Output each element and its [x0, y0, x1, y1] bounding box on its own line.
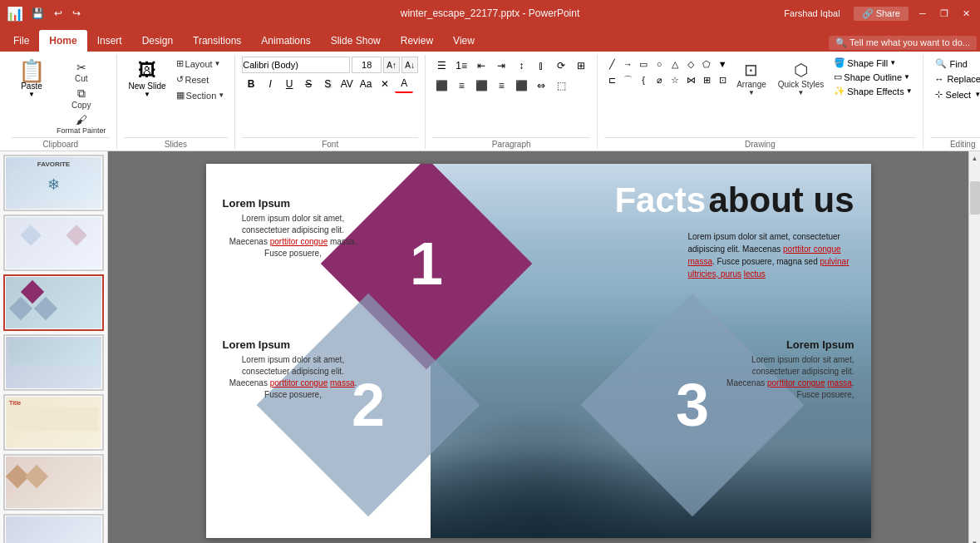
minimize-button[interactable]: ─: [915, 6, 930, 21]
cut-icon: ✂: [76, 61, 86, 74]
align-left-button[interactable]: ⬛: [432, 77, 451, 95]
align-center-button[interactable]: ≡: [452, 77, 470, 95]
italic-button[interactable]: I: [261, 75, 279, 93]
tab-insert[interactable]: Insert: [87, 30, 132, 52]
scroll-up-arrow[interactable]: ▲: [969, 151, 980, 165]
slide-thumb-6[interactable]: [3, 454, 104, 511]
bold-button[interactable]: B: [242, 75, 260, 93]
slide-canvas[interactable]: Lorem Ipsum Lorem ipsum dolor sit amet, …: [206, 164, 871, 538]
justify-button[interactable]: ≡: [492, 77, 510, 95]
strikethrough-button[interactable]: S: [299, 75, 318, 93]
shape-s5[interactable]: ☆: [667, 72, 682, 87]
slide-thumb-2[interactable]: [3, 215, 104, 271]
copy-button[interactable]: ⧉ Copy: [53, 86, 110, 111]
tab-design[interactable]: Design: [132, 30, 183, 52]
tab-home[interactable]: Home: [39, 30, 86, 52]
slide-preview-7: [6, 516, 101, 543]
new-slide-button[interactable]: 🖼 New Slide ▼: [124, 57, 171, 101]
paste-button[interactable]: 📋 Paste ▼: [12, 57, 52, 101]
redo-btn[interactable]: ↪: [69, 6, 84, 21]
shape-fill-button[interactable]: 🪣 Shape Fill ▼: [830, 57, 915, 69]
section-button[interactable]: ▦ Section ▼: [173, 88, 229, 102]
shape-effects-button[interactable]: ✨ Shape Effects ▼: [830, 85, 915, 97]
underline-button[interactable]: U: [280, 75, 298, 93]
tab-slide-show[interactable]: Slide Show: [321, 30, 391, 52]
tab-animations[interactable]: Animations: [251, 30, 320, 52]
tell-me-input[interactable]: 🔍 Tell me what you want to do...: [829, 36, 977, 50]
quick-styles-button[interactable]: ⬡ Quick Styles ▼: [773, 57, 830, 100]
scroll-down-arrow[interactable]: ▼: [969, 536, 980, 543]
font-size-input[interactable]: [352, 57, 382, 73]
shape-rect[interactable]: ▭: [636, 57, 651, 72]
slide-thumb-7[interactable]: [3, 514, 104, 543]
decrease-indent-button[interactable]: ⇤: [472, 57, 490, 75]
ribbon: File Home Insert Design Transitions Anim…: [0, 27, 980, 151]
shape-line[interactable]: ╱: [604, 57, 619, 72]
title-bar-left: 📊 💾 ↩ ↪: [7, 6, 84, 22]
text-format-row: B I U S S AV Aa ✕ A: [242, 75, 413, 93]
find-button[interactable]: 🔍 Find: [930, 57, 973, 71]
layout-button[interactable]: ⊞ Layout ▼: [173, 57, 229, 71]
shape-s4[interactable]: ⌀: [652, 72, 667, 87]
align-right-button[interactable]: ⬛: [472, 77, 490, 95]
font-color-button[interactable]: A: [395, 75, 413, 93]
add-column-button[interactable]: ⫿: [532, 57, 550, 75]
share-button[interactable]: 🔗 Share: [854, 7, 909, 21]
slide-thumb-5[interactable]: Title: [3, 394, 104, 451]
shape-triangle[interactable]: △: [667, 57, 682, 72]
slide-item-4: 4: [3, 334, 104, 391]
cut-button[interactable]: ✂ Cut: [53, 60, 110, 84]
char-spacing-button[interactable]: AV: [337, 75, 356, 93]
convert-to-smartart-button[interactable]: ⊞: [572, 57, 590, 75]
save-btn[interactable]: 💾: [28, 6, 47, 21]
user-name[interactable]: Farshad Iqbal: [784, 8, 840, 18]
shape-s1[interactable]: ⊏: [604, 72, 619, 87]
shape-s3[interactable]: {: [636, 72, 651, 87]
increase-indent-button[interactable]: ⇥: [492, 57, 510, 75]
shape-outline-button[interactable]: ▭ Shape Outline ▼: [830, 71, 915, 83]
font-name-input[interactable]: [242, 57, 350, 73]
scroll-thumb[interactable]: [970, 181, 980, 215]
shape-s6[interactable]: ⋈: [683, 72, 698, 87]
slide-thumb-4[interactable]: [3, 334, 104, 391]
diamond-1-number: 1: [409, 229, 442, 297]
shape-diamond[interactable]: ◇: [683, 57, 698, 72]
select-button[interactable]: ⊹ Select ▼: [930, 87, 980, 101]
editing-content: 🔍 Find ↔ Replace ▼ ⊹ Select ▼: [930, 55, 980, 137]
decrease-font-button[interactable]: A↓: [401, 57, 418, 73]
clear-format-button[interactable]: ✕: [376, 75, 394, 93]
shape-arrow[interactable]: →: [620, 57, 635, 72]
increase-font-button[interactable]: A↑: [383, 57, 400, 73]
shadow-button[interactable]: S: [318, 75, 337, 93]
tab-view[interactable]: View: [443, 30, 485, 52]
tab-transitions[interactable]: Transitions: [183, 30, 251, 52]
shape-pentagon[interactable]: ⬠: [699, 57, 714, 72]
slide-thumb-3[interactable]: [3, 274, 104, 331]
close-button[interactable]: ✕: [958, 6, 973, 21]
shape-s7[interactable]: ⊞: [699, 72, 714, 87]
shape-outline-icon: ▭: [834, 72, 842, 82]
arrange-button[interactable]: ⊡ Arrange ▼: [731, 57, 771, 100]
reset-button[interactable]: ↺ Reset: [173, 72, 229, 86]
tab-review[interactable]: Review: [391, 30, 443, 52]
bullets-button[interactable]: ☰: [432, 57, 451, 75]
text-box-button[interactable]: ⬚: [552, 77, 570, 95]
line-spacing-button[interactable]: ↕: [512, 57, 530, 75]
reset-label: Reset: [185, 75, 209, 85]
shape-s8[interactable]: ⊡: [715, 72, 730, 87]
slide-thumb-1[interactable]: FAVORITE ❄: [3, 155, 104, 211]
text-direction-button[interactable]: ⟳: [552, 57, 570, 75]
format-painter-button[interactable]: 🖌 Format Painter: [53, 112, 110, 136]
font-case-button[interactable]: Aa: [357, 75, 375, 93]
shape-s2[interactable]: ⌒: [620, 72, 635, 87]
tab-file[interactable]: File: [3, 30, 39, 52]
text-shadow-btn2[interactable]: ⬛: [512, 77, 530, 95]
shape-oval[interactable]: ○: [652, 57, 667, 72]
replace-button[interactable]: ↔ Replace ▼: [930, 72, 980, 86]
restore-button[interactable]: ❐: [937, 6, 952, 21]
shape-more[interactable]: ▼: [715, 57, 730, 72]
numbering-button[interactable]: 1≡: [452, 57, 470, 75]
text-block-2-underline2: massa: [330, 378, 354, 388]
para-spacing-button[interactable]: ⇔: [532, 77, 550, 95]
undo-btn[interactable]: ↩: [51, 6, 66, 21]
